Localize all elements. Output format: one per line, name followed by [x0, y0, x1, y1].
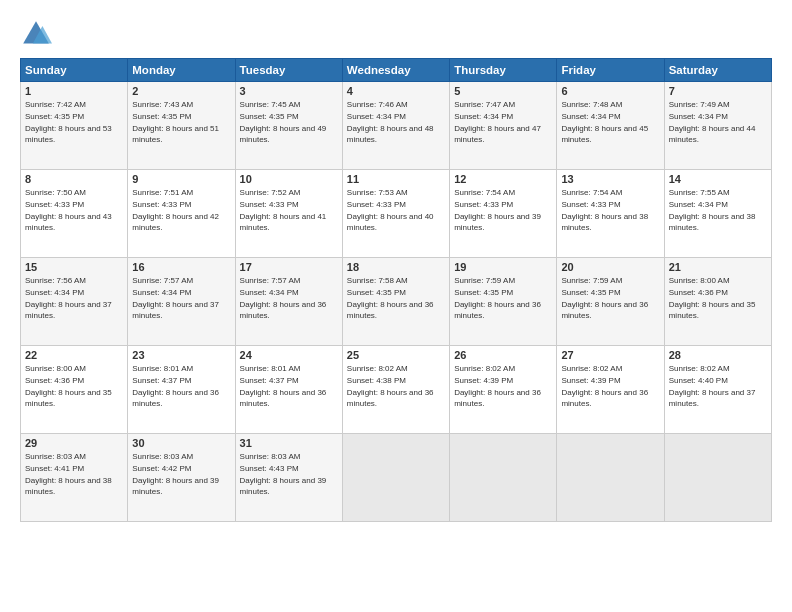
calendar-week-3: 15 Sunrise: 7:56 AMSunset: 4:34 PMDaylig… [21, 258, 772, 346]
calendar-cell: 21 Sunrise: 8:00 AMSunset: 4:36 PMDaylig… [664, 258, 771, 346]
calendar-cell: 15 Sunrise: 7:56 AMSunset: 4:34 PMDaylig… [21, 258, 128, 346]
calendar-cell: 29 Sunrise: 8:03 AMSunset: 4:41 PMDaylig… [21, 434, 128, 522]
calendar-cell: 12 Sunrise: 7:54 AMSunset: 4:33 PMDaylig… [450, 170, 557, 258]
calendar-cell: 8 Sunrise: 7:50 AMSunset: 4:33 PMDayligh… [21, 170, 128, 258]
day-number: 30 [132, 437, 230, 449]
day-info: Sunrise: 7:57 AMSunset: 4:34 PMDaylight:… [240, 276, 327, 320]
day-info: Sunrise: 7:54 AMSunset: 4:33 PMDaylight:… [454, 188, 541, 232]
day-info: Sunrise: 8:00 AMSunset: 4:36 PMDaylight:… [25, 364, 112, 408]
day-info: Sunrise: 7:51 AMSunset: 4:33 PMDaylight:… [132, 188, 219, 232]
day-info: Sunrise: 8:01 AMSunset: 4:37 PMDaylight:… [240, 364, 327, 408]
day-number: 27 [561, 349, 659, 361]
day-info: Sunrise: 7:58 AMSunset: 4:35 PMDaylight:… [347, 276, 434, 320]
calendar-cell [450, 434, 557, 522]
day-number: 3 [240, 85, 338, 97]
calendar-cell: 6 Sunrise: 7:48 AMSunset: 4:34 PMDayligh… [557, 82, 664, 170]
calendar-cell: 20 Sunrise: 7:59 AMSunset: 4:35 PMDaylig… [557, 258, 664, 346]
calendar-cell: 18 Sunrise: 7:58 AMSunset: 4:35 PMDaylig… [342, 258, 449, 346]
calendar-cell: 7 Sunrise: 7:49 AMSunset: 4:34 PMDayligh… [664, 82, 771, 170]
calendar-cell: 10 Sunrise: 7:52 AMSunset: 4:33 PMDaylig… [235, 170, 342, 258]
calendar-cell: 14 Sunrise: 7:55 AMSunset: 4:34 PMDaylig… [664, 170, 771, 258]
day-info: Sunrise: 8:01 AMSunset: 4:37 PMDaylight:… [132, 364, 219, 408]
col-header-saturday: Saturday [664, 59, 771, 82]
day-number: 24 [240, 349, 338, 361]
day-number: 25 [347, 349, 445, 361]
day-number: 29 [25, 437, 123, 449]
day-number: 11 [347, 173, 445, 185]
day-info: Sunrise: 7:56 AMSunset: 4:34 PMDaylight:… [25, 276, 112, 320]
day-number: 31 [240, 437, 338, 449]
calendar-cell: 13 Sunrise: 7:54 AMSunset: 4:33 PMDaylig… [557, 170, 664, 258]
col-header-tuesday: Tuesday [235, 59, 342, 82]
calendar-cell: 5 Sunrise: 7:47 AMSunset: 4:34 PMDayligh… [450, 82, 557, 170]
day-number: 6 [561, 85, 659, 97]
day-number: 17 [240, 261, 338, 273]
day-number: 4 [347, 85, 445, 97]
day-info: Sunrise: 8:00 AMSunset: 4:36 PMDaylight:… [669, 276, 756, 320]
day-info: Sunrise: 7:46 AMSunset: 4:34 PMDaylight:… [347, 100, 434, 144]
calendar-cell [557, 434, 664, 522]
calendar-cell: 1 Sunrise: 7:42 AMSunset: 4:35 PMDayligh… [21, 82, 128, 170]
calendar-cell: 25 Sunrise: 8:02 AMSunset: 4:38 PMDaylig… [342, 346, 449, 434]
day-info: Sunrise: 8:02 AMSunset: 4:38 PMDaylight:… [347, 364, 434, 408]
day-info: Sunrise: 7:57 AMSunset: 4:34 PMDaylight:… [132, 276, 219, 320]
day-info: Sunrise: 8:03 AMSunset: 4:42 PMDaylight:… [132, 452, 219, 496]
day-number: 23 [132, 349, 230, 361]
day-number: 10 [240, 173, 338, 185]
day-info: Sunrise: 7:45 AMSunset: 4:35 PMDaylight:… [240, 100, 327, 144]
calendar-cell: 2 Sunrise: 7:43 AMSunset: 4:35 PMDayligh… [128, 82, 235, 170]
logo-icon [20, 18, 52, 50]
calendar-cell: 30 Sunrise: 8:03 AMSunset: 4:42 PMDaylig… [128, 434, 235, 522]
calendar-cell: 26 Sunrise: 8:02 AMSunset: 4:39 PMDaylig… [450, 346, 557, 434]
day-number: 26 [454, 349, 552, 361]
calendar-cell: 11 Sunrise: 7:53 AMSunset: 4:33 PMDaylig… [342, 170, 449, 258]
calendar-week-2: 8 Sunrise: 7:50 AMSunset: 4:33 PMDayligh… [21, 170, 772, 258]
day-number: 8 [25, 173, 123, 185]
day-info: Sunrise: 8:03 AMSunset: 4:43 PMDaylight:… [240, 452, 327, 496]
col-header-wednesday: Wednesday [342, 59, 449, 82]
day-number: 1 [25, 85, 123, 97]
logo [20, 18, 56, 50]
day-number: 28 [669, 349, 767, 361]
col-header-monday: Monday [128, 59, 235, 82]
calendar-cell: 17 Sunrise: 7:57 AMSunset: 4:34 PMDaylig… [235, 258, 342, 346]
calendar-cell: 3 Sunrise: 7:45 AMSunset: 4:35 PMDayligh… [235, 82, 342, 170]
day-info: Sunrise: 7:49 AMSunset: 4:34 PMDaylight:… [669, 100, 756, 144]
col-header-friday: Friday [557, 59, 664, 82]
day-info: Sunrise: 8:02 AMSunset: 4:39 PMDaylight:… [454, 364, 541, 408]
calendar-cell [664, 434, 771, 522]
calendar-week-1: 1 Sunrise: 7:42 AMSunset: 4:35 PMDayligh… [21, 82, 772, 170]
day-number: 5 [454, 85, 552, 97]
col-header-sunday: Sunday [21, 59, 128, 82]
calendar-cell: 27 Sunrise: 8:02 AMSunset: 4:39 PMDaylig… [557, 346, 664, 434]
col-header-thursday: Thursday [450, 59, 557, 82]
calendar-cell: 31 Sunrise: 8:03 AMSunset: 4:43 PMDaylig… [235, 434, 342, 522]
day-number: 9 [132, 173, 230, 185]
day-info: Sunrise: 8:03 AMSunset: 4:41 PMDaylight:… [25, 452, 112, 496]
day-number: 22 [25, 349, 123, 361]
day-number: 16 [132, 261, 230, 273]
calendar-cell [342, 434, 449, 522]
day-info: Sunrise: 7:48 AMSunset: 4:34 PMDaylight:… [561, 100, 648, 144]
day-info: Sunrise: 7:54 AMSunset: 4:33 PMDaylight:… [561, 188, 648, 232]
day-info: Sunrise: 7:59 AMSunset: 4:35 PMDaylight:… [561, 276, 648, 320]
day-number: 19 [454, 261, 552, 273]
day-info: Sunrise: 7:50 AMSunset: 4:33 PMDaylight:… [25, 188, 112, 232]
calendar-cell: 22 Sunrise: 8:00 AMSunset: 4:36 PMDaylig… [21, 346, 128, 434]
header [20, 18, 772, 50]
day-info: Sunrise: 8:02 AMSunset: 4:40 PMDaylight:… [669, 364, 756, 408]
day-info: Sunrise: 8:02 AMSunset: 4:39 PMDaylight:… [561, 364, 648, 408]
calendar-cell: 16 Sunrise: 7:57 AMSunset: 4:34 PMDaylig… [128, 258, 235, 346]
page: SundayMondayTuesdayWednesdayThursdayFrid… [0, 0, 792, 612]
calendar-cell: 19 Sunrise: 7:59 AMSunset: 4:35 PMDaylig… [450, 258, 557, 346]
calendar-week-5: 29 Sunrise: 8:03 AMSunset: 4:41 PMDaylig… [21, 434, 772, 522]
day-info: Sunrise: 7:43 AMSunset: 4:35 PMDaylight:… [132, 100, 219, 144]
calendar-cell: 4 Sunrise: 7:46 AMSunset: 4:34 PMDayligh… [342, 82, 449, 170]
day-info: Sunrise: 7:55 AMSunset: 4:34 PMDaylight:… [669, 188, 756, 232]
day-number: 20 [561, 261, 659, 273]
day-number: 15 [25, 261, 123, 273]
day-number: 12 [454, 173, 552, 185]
day-number: 2 [132, 85, 230, 97]
calendar-cell: 23 Sunrise: 8:01 AMSunset: 4:37 PMDaylig… [128, 346, 235, 434]
day-info: Sunrise: 7:47 AMSunset: 4:34 PMDaylight:… [454, 100, 541, 144]
